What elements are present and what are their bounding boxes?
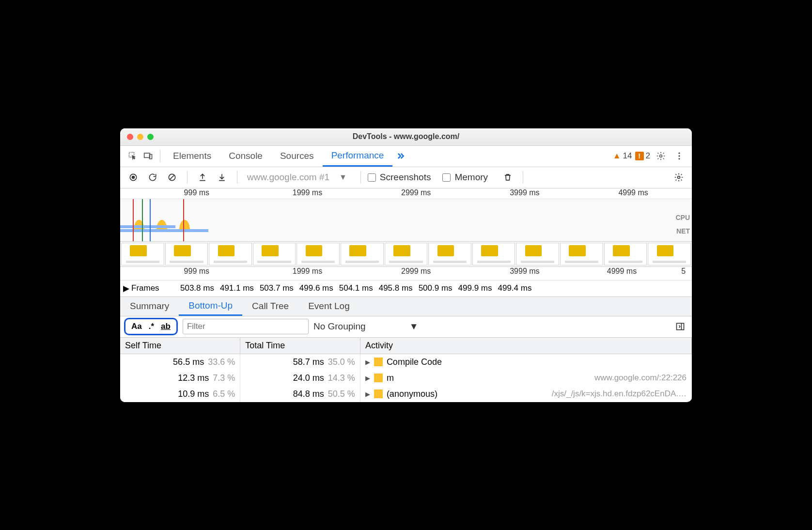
regex-button[interactable]: .* (149, 322, 154, 331)
self-time: 10.9 ms (178, 389, 209, 399)
svg-point-10 (678, 176, 680, 179)
frames-header[interactable]: ▶ Frames (120, 283, 178, 294)
table-row[interactable]: 12.3 ms7.3 %24.0 ms14.3 %▶mwww.google.co… (120, 370, 692, 386)
activity-source[interactable]: /xjs/_/js/k=xjs.hd.en.fdzp62cEnDA.… (552, 389, 687, 399)
timeline-ruler-top[interactable]: 999 ms 1999 ms 2999 ms 3999 ms 4999 ms (120, 188, 692, 199)
thumbnail[interactable] (560, 243, 603, 265)
ruler-tick: 2999 ms (401, 267, 431, 276)
ruler-tick: 4999 ms (618, 188, 648, 197)
memory-checkbox[interactable]: Memory (442, 172, 488, 183)
table-row[interactable]: 56.5 ms33.6 %58.7 ms35.0 %▶Compile Code (120, 354, 692, 370)
ruler-tick: 2999 ms (401, 188, 431, 197)
details-tabs: Summary Bottom-Up Call Tree Event Log (120, 297, 692, 316)
divider (187, 171, 187, 184)
dock-side-icon[interactable] (672, 319, 688, 334)
table-row[interactable]: 10.9 ms6.5 %84.8 ms50.5 %▶(anonymous)/xj… (120, 386, 692, 402)
timeline-ruler-detail[interactable]: 999 ms 1999 ms 2999 ms 3999 ms 4999 ms 5 (120, 267, 692, 281)
frame-value: 503.7 ms (260, 283, 294, 293)
thumbnail[interactable] (253, 243, 296, 265)
expand-icon[interactable]: ▶ (123, 283, 129, 294)
whole-word-button[interactable]: ab (161, 322, 171, 331)
thumbnail[interactable] (428, 243, 471, 265)
frame-value: 491.1 ms (220, 283, 254, 293)
download-button[interactable] (214, 170, 230, 185)
settings-icon[interactable] (653, 148, 669, 164)
more-tabs-icon[interactable] (392, 148, 408, 164)
tab-summary[interactable]: Summary (120, 296, 179, 316)
expand-row-icon[interactable]: ▶ (365, 390, 370, 398)
col-activity[interactable]: Activity (360, 338, 691, 354)
tab-sources[interactable]: Sources (271, 145, 323, 167)
upload-button[interactable] (194, 170, 211, 185)
marker-red (183, 199, 184, 241)
record-button[interactable] (125, 170, 141, 185)
thumbnail[interactable] (165, 243, 208, 265)
tab-bottom-up[interactable]: Bottom-Up (179, 296, 242, 316)
tab-elements[interactable]: Elements (164, 145, 220, 167)
divider (360, 171, 361, 184)
frame-value: 504.1 ms (339, 283, 373, 293)
col-total-time[interactable]: Total Time (240, 338, 360, 354)
marker-red (133, 199, 134, 241)
divider (523, 171, 523, 184)
tab-call-tree[interactable]: Call Tree (242, 296, 298, 316)
thumbnail[interactable] (516, 243, 559, 265)
ruler-tick: 999 ms (184, 267, 209, 276)
activity-name: m (387, 373, 394, 383)
thumbnail[interactable] (648, 243, 691, 265)
tab-performance[interactable]: Performance (323, 145, 393, 167)
thumbnail[interactable] (341, 243, 384, 265)
frame-value: 503.8 ms (180, 283, 214, 293)
self-pct: 7.3 % (213, 373, 235, 383)
total-time: 58.7 ms (293, 357, 324, 367)
reload-record-button[interactable] (144, 170, 161, 185)
inspect-element-icon[interactable] (125, 148, 141, 164)
main-tab-bar: Elements Console Sources Performance ▲ 1… (120, 146, 692, 167)
screenshot-thumbnails[interactable] (120, 242, 692, 267)
net-label: NET (676, 227, 690, 235)
filter-modifiers-highlight: Aa .* ab (124, 318, 178, 335)
capture-settings-icon[interactable] (671, 170, 687, 185)
tab-console[interactable]: Console (220, 145, 271, 167)
total-pct: 14.3 % (328, 373, 355, 383)
warnings-badge[interactable]: ▲ 14 (613, 151, 632, 161)
marker-green (142, 199, 143, 241)
svg-point-5 (678, 155, 680, 156)
timeline-overview[interactable]: CPU NET (120, 199, 692, 242)
expand-row-icon[interactable]: ▶ (365, 374, 370, 382)
svg-point-8 (132, 176, 135, 179)
delete-button[interactable] (500, 170, 516, 185)
match-case-button[interactable]: Aa (131, 322, 142, 331)
frame-value: 499.6 ms (299, 283, 333, 293)
bottom-up-table: Self Time Total Time Activity 56.5 ms33.… (120, 338, 692, 402)
minimize-window-button[interactable] (137, 134, 143, 140)
total-time: 84.8 ms (293, 389, 324, 399)
close-window-button[interactable] (127, 134, 133, 140)
device-toolbar-icon[interactable] (141, 148, 156, 164)
self-time: 12.3 ms (178, 373, 209, 383)
more-menu-icon[interactable] (671, 148, 687, 164)
screenshots-checkbox[interactable]: Screenshots (368, 172, 431, 183)
maximize-window-button[interactable] (147, 134, 154, 140)
tab-event-log[interactable]: Event Log (298, 296, 359, 316)
warnings-count: 14 (623, 151, 632, 161)
ruler-tick: 1999 ms (293, 188, 322, 197)
activity-source[interactable]: www.google.com/:22:226 (594, 373, 687, 383)
thumbnail[interactable] (209, 243, 252, 265)
thumbnail[interactable] (472, 243, 515, 265)
thumbnail[interactable] (604, 243, 647, 265)
thumbnail[interactable] (121, 243, 164, 265)
clear-button[interactable] (164, 170, 180, 185)
recording-dropdown-icon[interactable]: ▼ (339, 173, 347, 182)
thumbnail[interactable] (297, 243, 340, 265)
errors-count: 2 (646, 151, 650, 161)
self-pct: 33.6 % (208, 357, 235, 367)
grouping-select[interactable]: No Grouping ▼ (313, 321, 419, 332)
frames-track[interactable]: ▶ Frames 503.8 ms 491.1 ms 503.7 ms 499.… (120, 281, 692, 297)
expand-row-icon[interactable]: ▶ (365, 359, 370, 366)
performance-toolbar: www.google.com #1 ▼ Screenshots Memory (120, 167, 692, 188)
col-self-time[interactable]: Self Time (120, 338, 240, 354)
filter-input[interactable] (183, 319, 309, 334)
errors-badge[interactable]: ! 2 (635, 151, 650, 161)
thumbnail[interactable] (385, 243, 428, 265)
